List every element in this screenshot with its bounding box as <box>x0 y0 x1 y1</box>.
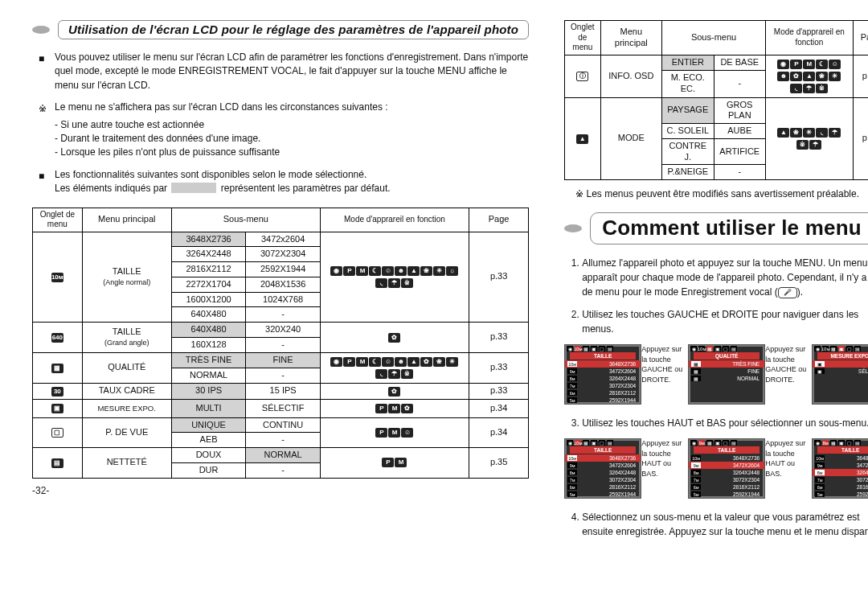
help-up-down: Appuyez sur la touche HAUT ou BAS. <box>765 438 812 479</box>
cell-sub: 160X128 <box>171 337 246 352</box>
intro-para-3b-before: Les éléments indiqués par <box>55 183 167 194</box>
right-param-table: Onglet de menu Menu principal Sous-menu … <box>564 20 868 180</box>
th-sousmenu: Sous-menu <box>662 21 766 55</box>
lcd-taille-4: ◉8м▦▣▢▤ TAILLE 10м3648X2736 9м3472X2604 … <box>812 438 868 499</box>
lcd-mesure: ◉10м▦▣▢▤ MESURE EXPO. ▣MULTI ▣SÉLECTIF <box>812 344 868 405</box>
cell-sub: DE BASE <box>714 55 765 70</box>
cell-sub: DUR <box>171 462 246 478</box>
step-2: Utilisez les touches GAUCHE et DROITE po… <box>582 307 868 336</box>
cell-sub: 2816X2112 <box>171 262 246 277</box>
drive-icon: ▢ <box>51 428 63 438</box>
steps-list-cont2: Sélectionnez un sous-menu et la valeur q… <box>564 510 868 539</box>
mode-macro-icon: ❀ <box>790 128 802 138</box>
mode-text-icon: ☀ <box>433 266 445 276</box>
cell-sub: 2592X1944 <box>246 262 321 277</box>
cell-sub: 3264X2448 <box>171 247 246 262</box>
cell-sub: - <box>714 165 765 180</box>
mode-night-icon: ☾ <box>369 266 381 276</box>
sub-item: Si une autre touche est actionnée <box>55 118 529 132</box>
scene-mode-icon: ▲ <box>576 134 588 144</box>
cell-principal: TAILLE(Grand angle) <box>82 323 171 353</box>
fps-icon: 30 <box>51 387 63 397</box>
cell-page: p.35 <box>853 55 868 97</box>
mode-movie-icon: ✿ <box>388 333 400 343</box>
cell-sub: M. ECO. EC. <box>662 70 714 97</box>
mode-dawn-icon: ◟ <box>790 84 802 93</box>
cell-sub: - <box>246 462 321 478</box>
mode-child-icon: ☻ <box>777 72 789 81</box>
mode-p-icon: P <box>382 458 394 467</box>
cell-sub: ARTIFICE <box>714 138 765 165</box>
mode-macro-icon: ❀ <box>433 357 445 367</box>
mode-m-icon: M <box>356 357 368 367</box>
cell-principal: TAUX CADRE <box>82 383 171 399</box>
asterisk-bullet-icon: ※ <box>39 102 47 116</box>
cell-page: p.33 <box>469 383 529 399</box>
cell-sub: 30 IPS <box>171 383 246 399</box>
cell-sub: - <box>246 368 321 383</box>
mode-auto-icon: ◉ <box>330 266 342 276</box>
mode-landscape-icon: ▲ <box>803 72 815 81</box>
cell-sub: CONTINU <box>246 417 321 433</box>
mode-macro-icon: ❀ <box>420 266 432 276</box>
help-left-right: Appuyez sur la touche GAUCHE ou DROITE. <box>641 344 688 384</box>
mode-icons-many: ◉PM☾☺☻✿ ▲❀☀◟☂※ <box>768 57 850 96</box>
cell-sub: SÉLECTIF <box>246 399 321 417</box>
mode-movie-icon: ✿ <box>401 404 413 413</box>
size-10m-icon: 10м <box>51 273 63 282</box>
mode-sunset-icon: ☀ <box>829 72 841 81</box>
info-osd-icon: ⓘ <box>576 72 588 81</box>
left-page: Utilisation de l'écran LCD pour le régla… <box>32 20 529 547</box>
mode-p-icon: P <box>343 357 355 367</box>
cell-principal: QUALITÉ <box>82 352 171 383</box>
mode-m-icon: M <box>356 266 368 276</box>
mode-beach-icon: ☂ <box>809 140 821 150</box>
mode-sunset-icon: ☼ <box>446 266 458 276</box>
th-principal: Menu principal <box>82 208 171 232</box>
mode-landscape-icon: ▲ <box>777 128 789 138</box>
page-number: -32- <box>32 485 529 496</box>
cell-page: p.33 <box>469 352 529 383</box>
lcd-preview-row-1: ◉10м▦▣▢▤ TAILLE 10м3648X2736 9м3472X2604… <box>564 344 868 405</box>
cell-sub: - <box>246 433 321 448</box>
mode-portrait-icon: ☺ <box>382 266 394 276</box>
th-mode: Mode d'apprareil en fonction <box>766 21 854 55</box>
mode-p-icon: P <box>790 60 802 69</box>
mode-night-icon: ☾ <box>816 60 828 69</box>
th-onglet: Onglet de menu <box>33 208 83 232</box>
th-principal: Menu principal <box>600 21 662 55</box>
mode-m-icon: M <box>803 60 815 69</box>
cell-page: p.33 <box>469 323 529 353</box>
lcd-taille-3: ◉9м▦▣▢▤ TAILLE 10м3648X2736 9м3472X2604 … <box>688 438 765 499</box>
left-param-table: Onglet de menu Menu principal Sous-menu … <box>32 208 529 479</box>
mode-firework-icon: ※ <box>816 84 828 93</box>
lcd-tab-icon: ▤ <box>607 346 613 351</box>
cell-page: p.16 <box>853 97 868 180</box>
mode-sunset-icon: ☀ <box>446 357 458 367</box>
cell-principal: MESURE EXPO. <box>82 399 171 417</box>
square-bullet-icon: ■ <box>39 52 44 66</box>
cell-sub: FINE <box>246 352 321 368</box>
heading-dot-icon <box>32 26 50 34</box>
cell-principal: TAILLE(Angle normal) <box>82 232 171 323</box>
mode-child-icon: ☻ <box>395 266 407 276</box>
mode-night-icon: ☾ <box>369 357 381 367</box>
heading-lcd: Utilisation de l'écran LCD pour le régla… <box>32 20 529 39</box>
mode-dawn-icon: ◟ <box>375 369 387 379</box>
th-page: Page <box>469 208 529 232</box>
mode-firework-icon: ※ <box>401 369 413 379</box>
mode-backlight-icon: ☂ <box>829 128 841 138</box>
metering-icon: ▣ <box>51 404 63 413</box>
cell-sub: DOUX <box>171 448 246 463</box>
cell-sub: 3648X2736 <box>171 232 246 247</box>
mode-backlight-icon: ☂ <box>803 84 815 93</box>
mode-icons-many: ◉PM☾☺☻▲ ✿❀☀◟☂※ <box>323 355 466 381</box>
quality-icon: ▦ <box>51 364 63 373</box>
mode-p-icon: P <box>343 266 355 276</box>
heading-dot-icon <box>564 224 582 232</box>
mode-auto-icon: ◉ <box>777 60 789 69</box>
step-1: Allumez l'appareil photo et appuyez sur … <box>582 256 868 299</box>
step-4: Sélectionnez un sous-menu et la valeur q… <box>582 510 868 539</box>
cell-sub: - <box>246 337 321 352</box>
lcd-qualite: ◉10м▦▣▢▤ QUALITÉ ▦TRÈS FINE ▦FINE ▦NORMA… <box>688 344 765 405</box>
